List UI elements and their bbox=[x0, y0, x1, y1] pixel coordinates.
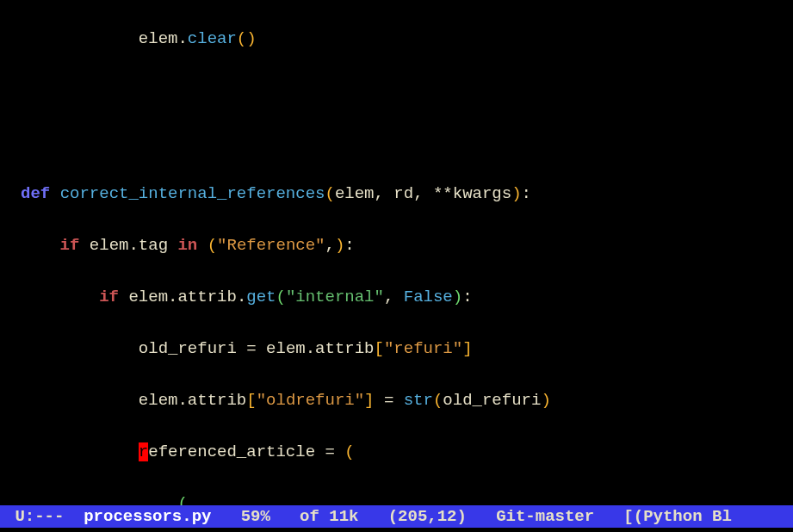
code-line: old_refuri = elem.attrib["refuri"] bbox=[0, 336, 793, 362]
mode-line-size: of 11k bbox=[270, 507, 359, 526]
mode-line: U:--- processors.py 59% of 11k (205,12) … bbox=[0, 505, 793, 528]
text-cursor: r bbox=[139, 442, 148, 461]
mode-line-git: Git-master bbox=[467, 507, 594, 526]
mode-line-percent: 59% bbox=[211, 507, 269, 526]
mode-line-filename: processors.py bbox=[84, 507, 211, 526]
code-line: ( bbox=[0, 491, 793, 506]
code-line: if elem.attrib.get("internal", False): bbox=[0, 284, 793, 310]
code-line: elem.attrib["oldrefuri"] = str(old_refur… bbox=[0, 387, 793, 413]
code-line: elem.clear() bbox=[0, 26, 793, 52]
code-line: if elem.tag in ("Reference",): bbox=[0, 232, 793, 258]
code-line: referenced_article = ( bbox=[0, 439, 793, 465]
code-editor[interactable]: elem.clear() def correct_internal_refere… bbox=[0, 0, 793, 506]
mode-line-status: U:--- bbox=[5, 507, 84, 526]
code-line bbox=[0, 129, 793, 155]
mode-line-mode: [(Python Bl bbox=[594, 507, 732, 526]
code-line: def correct_internal_references(elem, rd… bbox=[0, 181, 793, 207]
mode-line-position: (205,12) bbox=[359, 507, 467, 526]
code-line bbox=[0, 77, 793, 103]
